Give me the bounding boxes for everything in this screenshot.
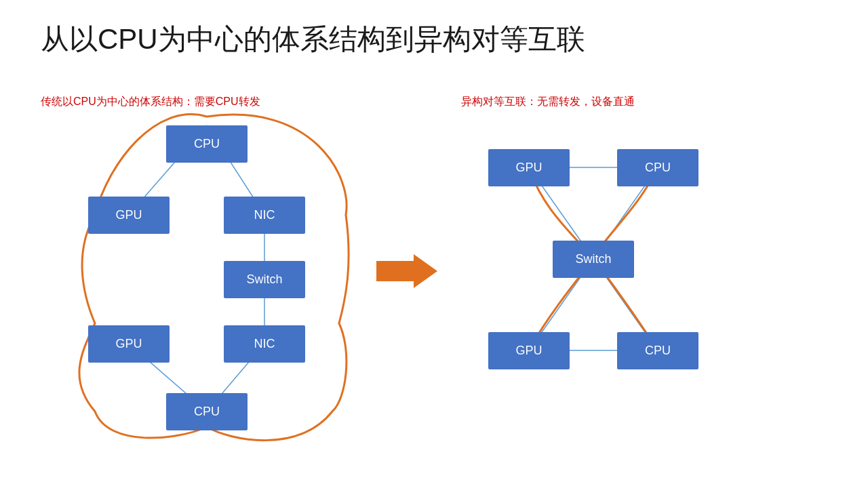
node-cpu-tr: CPU	[617, 149, 698, 186]
node-gpu-left1: GPU	[88, 197, 170, 234]
subtitle-left: 传统以CPU为中心的体系结构：需要CPU转发	[41, 95, 260, 109]
node-cpu-br: CPU	[617, 332, 698, 369]
node-gpu-bl: GPU	[488, 332, 570, 369]
svg-marker-6	[376, 254, 437, 288]
node-cpu-top: CPU	[166, 125, 248, 163]
transition-arrow	[376, 251, 437, 291]
node-cpu-bottom: CPU	[166, 393, 248, 430]
node-gpu-tl: GPU	[488, 149, 570, 186]
node-gpu-left2: GPU	[88, 325, 170, 363]
node-nic-right1: NIC	[224, 197, 305, 234]
node-switch-right: Switch	[553, 241, 634, 278]
node-nic-right2: NIC	[224, 325, 305, 363]
node-switch-left: Switch	[224, 261, 305, 298]
page-title: 从以CPU为中心的体系结构到异构对等互联	[41, 20, 585, 58]
subtitle-right: 异构对等互联：无需转发，设备直通	[461, 95, 635, 109]
